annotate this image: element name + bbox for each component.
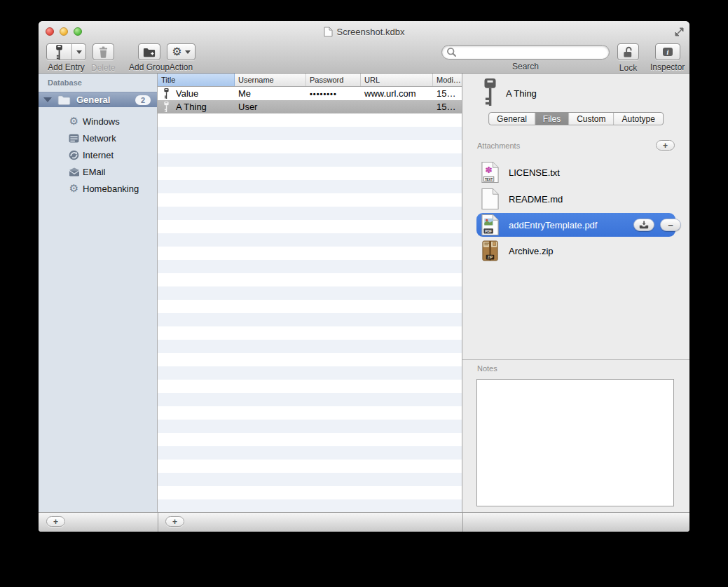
remove-attachment-button[interactable]: − — [660, 219, 681, 231]
key-icon — [482, 78, 498, 106]
password-dots: •••••••• — [310, 90, 337, 98]
tab-files[interactable]: Files — [535, 113, 569, 125]
trash-icon — [98, 46, 109, 58]
key-icon — [163, 102, 170, 112]
sidebar-item-homebanking[interactable]: ⚙ Homebanking — [39, 180, 157, 197]
column-header-password[interactable]: Password — [306, 74, 361, 86]
table-row[interactable]: Value Me •••••••• www.url.com 15… — [158, 87, 462, 100]
table-row-selected[interactable]: A Thing User 15… — [158, 100, 462, 113]
export-icon — [639, 221, 649, 229]
delete-label: Delete — [91, 63, 116, 73]
sidebar-item-label: Network — [83, 133, 116, 144]
notes-header: Notes — [477, 364, 497, 373]
chevron-down-icon — [76, 50, 82, 54]
key-icon — [163, 88, 170, 99]
divider — [158, 513, 158, 532]
tab-general[interactable]: General — [489, 113, 535, 125]
attachment-row[interactable]: ZIP Archive.zip — [462, 237, 689, 264]
attachment-row[interactable]: README.md — [462, 186, 689, 212]
add-entry-label: Add Entry — [46, 62, 86, 72]
notes-textarea[interactable] — [476, 379, 674, 506]
globe-icon — [68, 150, 80, 160]
lock-button[interactable] — [617, 43, 639, 60]
svg-text:PDF: PDF — [485, 230, 492, 233]
lock-label: Lock — [617, 63, 639, 73]
sidebar-item-label: EMail — [83, 167, 106, 177]
markdown-file-icon — [481, 188, 500, 210]
gear-icon: ⚙ — [68, 184, 80, 194]
gear-icon: ⚙ — [172, 46, 181, 57]
info-icon: i — [662, 47, 673, 57]
document-icon — [324, 27, 333, 37]
entry-count-badge: 2 — [135, 95, 151, 105]
text-file-icon: ✽ TEXT — [481, 161, 500, 184]
key-icon — [55, 45, 64, 60]
sidebar-group-general[interactable]: General 2 — [39, 92, 157, 107]
add-attachment-button[interactable]: + — [656, 140, 675, 151]
add-entry-bottom-button[interactable]: + — [165, 516, 184, 527]
column-header-url[interactable]: URL — [361, 74, 433, 86]
sidebar-item-network[interactable]: Network — [39, 130, 157, 146]
app-window: Screenshot.kdbx Add Entry Delete — [39, 21, 689, 532]
notes-section: Notes — [462, 359, 689, 512]
table-header: Title Username Password URL Modi… — [158, 74, 462, 87]
zip-file-icon: ZIP — [481, 240, 500, 262]
gear-icon: ⚙ — [68, 116, 80, 127]
svg-text:TEXT: TEXT — [485, 178, 493, 181]
folder-icon — [57, 95, 71, 105]
sidebar-item-windows[interactable]: ⚙ Windows — [39, 113, 157, 130]
add-entry-button[interactable] — [46, 43, 86, 60]
search-input[interactable] — [441, 45, 610, 60]
inspector-button[interactable]: i — [655, 43, 680, 60]
attachments-list: ✽ TEXT LICENSE.txt README.md — [462, 159, 689, 264]
svg-text:ZIP: ZIP — [488, 256, 493, 259]
delete-button[interactable] — [92, 43, 114, 60]
empty-rows-area — [158, 113, 462, 512]
sidebar-item-internet[interactable]: Internet — [39, 146, 157, 163]
search-label: Search — [441, 62, 610, 71]
chevron-down-icon — [185, 50, 191, 54]
entry-table: Title Username Password URL Modi… Value … — [158, 74, 462, 512]
inspector-panel: A Thing General Files Custom Autotype At… — [462, 74, 689, 512]
entry-title: A Thing — [506, 88, 537, 99]
add-group-bottom-button[interactable]: + — [46, 516, 65, 527]
titlebar: Screenshot.kdbx — [39, 21, 689, 42]
sidebar-header: Database — [48, 78, 82, 87]
sidebar: Database General 2 ⚙ Windows Network Int… — [39, 74, 158, 512]
window-chrome: Screenshot.kdbx Add Entry Delete — [39, 21, 689, 74]
inspector-tabs: General Files Custom Autotype — [488, 112, 664, 125]
tab-custom[interactable]: Custom — [569, 113, 614, 125]
inspector-label: Inspector — [650, 62, 685, 72]
window-title: Screenshot.kdbx — [337, 27, 405, 37]
bottom-bar: + + — [39, 512, 689, 532]
column-header-modified[interactable]: Modi… — [433, 74, 462, 86]
folder-plus-icon — [143, 47, 156, 57]
fullscreen-icon[interactable] — [674, 27, 685, 37]
export-attachment-button[interactable] — [633, 219, 654, 231]
toolbar: Add Entry Delete Add Group ⚙ Actio — [39, 42, 689, 74]
svg-text:i: i — [666, 48, 668, 56]
tab-autotype[interactable]: Autotype — [614, 113, 663, 125]
open-lock-icon — [622, 46, 634, 58]
attachments-header: Attachments — [477, 141, 520, 150]
add-group-button[interactable] — [138, 43, 160, 60]
column-header-username[interactable]: Username — [235, 74, 306, 86]
add-group-label: Add Group — [129, 62, 170, 72]
sidebar-item-email[interactable]: EMail — [39, 163, 157, 180]
column-header-title[interactable]: Title — [158, 74, 235, 86]
search-icon — [446, 47, 457, 57]
svg-text:✽: ✽ — [485, 165, 493, 175]
pdf-file-icon: PDF — [481, 214, 500, 236]
server-icon — [68, 134, 80, 143]
attachment-row-selected[interactable]: PDF addEntryTemplate.pdf − — [462, 212, 689, 237]
divider — [462, 513, 463, 532]
sidebar-group-label: General — [76, 95, 110, 105]
disclosure-triangle-icon[interactable] — [43, 97, 52, 102]
sidebar-item-label: Windows — [83, 116, 120, 127]
sidebar-item-label: Homebanking — [83, 184, 139, 194]
envelope-icon — [68, 167, 80, 177]
attachment-row[interactable]: ✽ TEXT LICENSE.txt — [462, 159, 689, 186]
action-label: Action — [167, 62, 195, 72]
action-button[interactable]: ⚙ — [167, 43, 195, 60]
sidebar-item-label: Internet — [83, 150, 114, 160]
